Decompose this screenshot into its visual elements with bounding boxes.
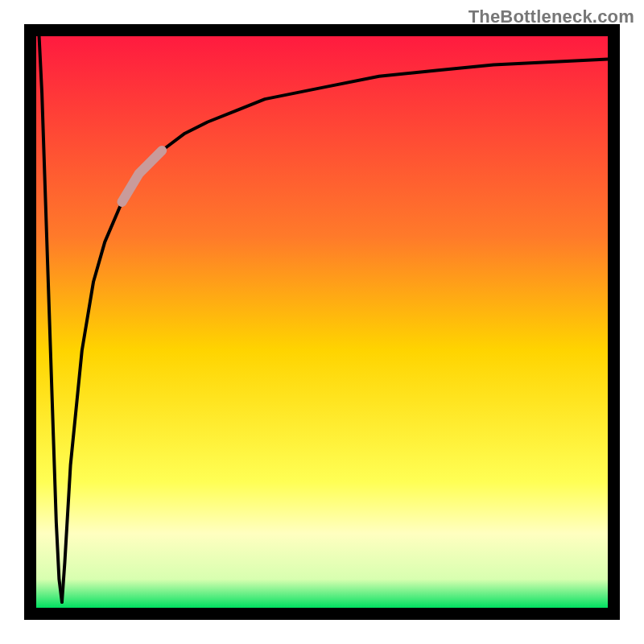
chart-container: TheBottleneck.com: [0, 0, 644, 644]
chart-svg: [0, 0, 644, 644]
chart-plot-background: [36, 36, 608, 608]
watermark-label: TheBottleneck.com: [469, 6, 634, 27]
